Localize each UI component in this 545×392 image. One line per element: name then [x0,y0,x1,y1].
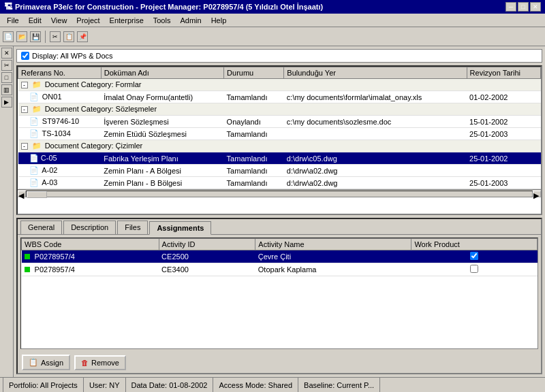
scroll-track[interactable] [26,191,533,197]
cell-location: c:\my documents\formlar\imalat_onay.xls [284,91,467,103]
toolbar-save[interactable]: 💾 [30,31,41,42]
assignments-table-container[interactable]: WBS Code Activity ID Activity Name Work … [20,238,538,349]
status-data-date: Data Date: 01-08-2002 [126,378,214,392]
cell-date: 01-02-2002 [467,91,540,103]
side-btn-copy[interactable]: □ [1,72,12,83]
col-status: Durumu [224,67,284,79]
status-baseline: Baseline: Current P... [298,378,380,392]
assignments-row[interactable]: P0278957/4 CE3400 Otopark Kaplama [22,263,538,276]
category-label: Document Category: Sözleşmeler [45,105,157,113]
maximize-button[interactable]: □ [518,2,529,12]
assign-icon: 📋 [29,358,38,367]
cell-act-id: CE2500 [159,250,255,263]
tab-files[interactable]: Files [117,220,148,234]
cell-ref: 📄 ST9746-10 [18,116,102,128]
toolbar-new[interactable]: 📄 [3,31,14,42]
display-label: Display: All WPs & Docs [32,52,113,60]
status-access-mode: Access Mode: Shared [213,378,298,392]
doc-icon: 📄 [29,93,39,101]
doc-icon: 📄 [29,129,39,137]
expand-icon[interactable]: - [21,143,28,150]
remove-label: Remove [91,359,119,367]
main-area: ✕ ✂ □ ▥ ▶ Display: All WPs & Docs Refera… [0,46,545,377]
tab-assignments[interactable]: Assignments [149,221,211,235]
app-icon: 🏗 [4,2,12,12]
side-btn-paste[interactable]: ▥ [1,84,12,95]
scroll-right-btn[interactable]: ▶ [533,191,541,197]
toolbar-open[interactable]: 📂 [16,31,27,42]
table-row[interactable]: 📄 C-05 Fabrika Yerleşim Planı Tamamlandı… [18,152,541,165]
col-date: Revizyon Tarihi [467,67,540,79]
status-portfolio: Portfolio: All Projects [3,378,84,392]
app-title: Primavera P3e/c for Construction - Proje… [15,3,323,11]
side-toolbar: ✕ ✂ □ ▥ ▶ [0,46,14,377]
tab-general[interactable]: General [20,220,62,234]
title-bar-controls: ─ □ ✕ [505,2,541,12]
toolbar-cut[interactable]: ✂ [50,31,61,42]
menu-file[interactable]: File [3,15,23,26]
category-row-cizimler[interactable]: - 📁 Document Category: Çizimler [18,140,541,152]
scroll-thumb[interactable] [27,191,47,198]
menu-project[interactable]: Project [72,15,104,26]
cell-status: Onaylandı [224,116,284,128]
menu-view[interactable]: View [47,15,72,26]
category-label: Document Category: Çizimler [45,142,143,150]
folder-icon: 📁 [32,80,42,88]
title-bar-left: 🏗 Primavera P3e/c for Construction - Pro… [4,2,323,12]
menu-edit[interactable]: Edit [25,15,46,26]
table-row[interactable]: 📄 ON01 İmalat Onay Formu(antetli) Tamaml… [18,91,541,103]
doc-table-header: Referans No. Doküman Adı Durumu Bulunduğ… [18,67,541,79]
side-btn-1[interactable]: ✕ [1,48,12,59]
bottom-panel: General Description Files Assignments WB… [16,218,542,374]
work-product-checkbox[interactable] [470,252,478,260]
cell-ref: 📄 TS-1034 [18,128,102,140]
cell-location: c:\my documents\sozlesme.doc [284,116,467,128]
cell-name: Zemin Planı - B Bölgesi [101,177,223,189]
category-row-sozlesmeler[interactable]: - 📁 Document Category: Sözleşmeler [18,103,541,116]
cell-act-id: CE3400 [159,263,255,276]
menu-tools[interactable]: Tools [149,15,175,26]
cell-work-product [411,250,538,263]
toolbar-copy[interactable]: 📋 [63,31,74,42]
minimize-button[interactable]: ─ [505,2,516,12]
cell-name: İşveren Sözleşmesi [101,116,223,128]
title-bar: 🏗 Primavera P3e/c for Construction - Pro… [0,0,545,14]
assign-button[interactable]: 📋 Assign [22,355,70,370]
category-row-formlar[interactable]: - 📁 Document Category: Formlar [18,79,541,91]
assignments-header-row: WBS Code Activity ID Activity Name Work … [22,239,538,250]
side-btn-scissors[interactable]: ✂ [1,60,12,71]
status-bar: Portfolio: All Projects User: NY Data Da… [0,377,545,392]
horizontal-scrollbar[interactable]: ◀ ▶ [18,189,541,197]
doc-icon: 📄 [29,154,39,162]
work-product-checkbox[interactable] [470,265,478,273]
expand-icon[interactable]: - [21,106,28,113]
assignments-row[interactable]: P0278957/4 CE2500 Çevre Çiti [22,250,538,263]
table-row[interactable]: 📄 A-02 Zemin Planı - A Bölgesi Tamamland… [18,165,541,177]
cell-ref: 📄 A-02 [18,165,102,177]
table-row[interactable]: 📄 ST9746-10 İşveren Sözleşmesi Onaylandı… [18,116,541,128]
assign-label: Assign [41,359,63,367]
menu-admin[interactable]: Admin [176,15,205,26]
cell-name: Fabrika Yerleşim Planı [101,152,223,165]
col-wbs: WBS Code [22,239,159,250]
scroll-left-btn[interactable]: ◀ [18,191,26,197]
display-checkbox[interactable] [21,52,29,60]
status-user: User: NY [84,378,126,392]
close-button[interactable]: ✕ [530,2,541,12]
cell-act-name: Otopark Kaplama [255,263,411,276]
tab-description[interactable]: Description [63,220,116,234]
assignments-table: WBS Code Activity ID Activity Name Work … [21,238,538,276]
table-row[interactable]: 📄 A-03 Zemin Planı - B Bölgesi Tamamland… [18,177,541,189]
remove-button[interactable]: 🗑 Remove [74,355,126,370]
col-ref: Referans No. [18,67,102,79]
cell-wbs: P0278957/4 [22,263,159,276]
menu-enterprise[interactable]: Enterprise [106,15,148,26]
menu-help[interactable]: Help [207,15,231,26]
table-row[interactable]: 📄 TS-1034 Zemin Etüdü Sözleşmesi Tamamla… [18,128,541,140]
toolbar-paste[interactable]: 📌 [77,31,88,42]
doc-table-container[interactable]: Referans No. Doküman Adı Durumu Bulunduğ… [16,65,542,215]
expand-icon[interactable]: - [21,82,28,88]
display-bar: Display: All WPs & Docs [16,49,542,63]
cell-date: 25-01-2002 [467,152,540,165]
side-btn-5[interactable]: ▶ [1,97,12,108]
